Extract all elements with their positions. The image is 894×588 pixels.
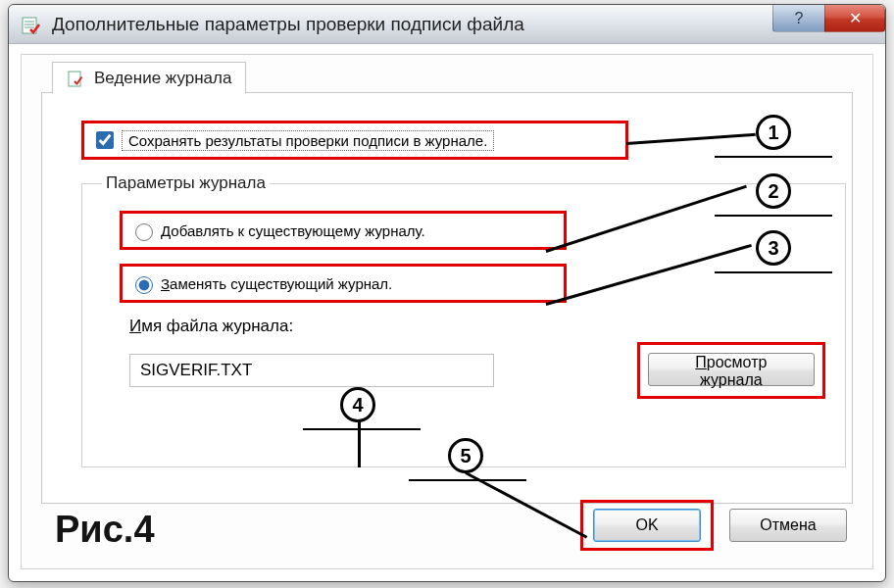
close-icon: ✕ <box>849 9 862 27</box>
annotation-1: 1 <box>756 115 791 150</box>
tab-logging[interactable]: Ведение журнала <box>52 62 246 94</box>
annotation-underline-4 <box>303 428 421 430</box>
log-params-legend: Параметры журнала <box>102 173 270 193</box>
annotation-3: 3 <box>756 230 791 266</box>
save-results-checkbox[interactable] <box>96 131 114 149</box>
save-results-row: Сохранять результаты проверки подписи в … <box>81 121 628 160</box>
annotation-2: 2 <box>756 173 791 209</box>
view-log-highlight: Просмотр журнала <box>637 342 825 399</box>
figure-label: Рис.4 <box>55 509 155 551</box>
tab-panel: Ведение журнала Сохранять результаты про… <box>41 92 853 504</box>
tab-label: Ведение журнала <box>94 69 231 88</box>
titlebar: Дополнительные параметры проверки подпис… <box>9 5 885 44</box>
radio-append[interactable] <box>135 223 153 241</box>
journal-icon <box>67 69 86 88</box>
radio-replace-label: Заменять существующий журнал. <box>161 275 392 292</box>
annotation-4: 4 <box>340 387 375 422</box>
svg-rect-1 <box>69 72 80 86</box>
annotation-underline-1 <box>715 156 832 158</box>
radio-replace-row: Заменять существующий журнал. <box>120 264 567 303</box>
help-button[interactable]: ? <box>772 5 825 32</box>
app-icon <box>21 14 42 35</box>
window-controls: ? ✕ <box>773 5 885 34</box>
file-label: Имя файла журнала: <box>129 317 825 336</box>
view-log-button[interactable]: Просмотр журнала <box>648 353 815 386</box>
cancel-button[interactable]: Отмена <box>729 509 847 542</box>
close-button[interactable]: ✕ <box>824 5 885 32</box>
annotation-underline-5 <box>409 479 526 481</box>
annotation-underline-2 <box>715 215 832 217</box>
annotation-underline-3 <box>715 271 832 273</box>
dialog-window: Дополнительные параметры проверки подпис… <box>8 4 886 582</box>
help-icon: ? <box>795 10 804 27</box>
ok-button[interactable]: OK <box>593 509 701 542</box>
radio-append-label: ДДобавлять к существующему журналу.обавл… <box>161 222 425 239</box>
log-params-group: Параметры журнала ДДобавлять к существую… <box>81 173 846 467</box>
annotation-line-4v <box>358 420 361 467</box>
save-results-label: Сохранять результаты проверки подписи в … <box>122 130 494 151</box>
client-area: Ведение журнала Сохранять результаты про… <box>21 54 873 569</box>
file-row: Просмотр журнала <box>129 342 825 399</box>
radio-replace[interactable] <box>135 276 153 294</box>
log-filename-input[interactable] <box>129 354 494 387</box>
radio-append-row: ДДобавлять к существующему журналу.обавл… <box>120 211 567 250</box>
annotation-5: 5 <box>448 438 483 473</box>
ok-highlight: OK <box>580 500 714 551</box>
window-title: Дополнительные параметры проверки подпис… <box>52 14 524 35</box>
